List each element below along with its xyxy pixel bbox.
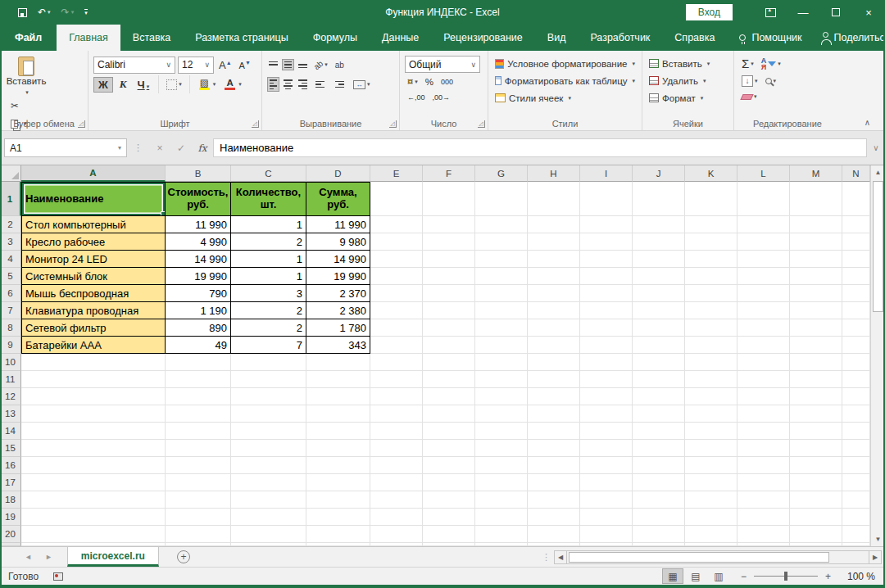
fill-handle[interactable] [161,211,166,216]
cancel-button[interactable]: × [149,142,170,154]
tab-7[interactable]: Вид [535,25,579,51]
cell-B12[interactable] [166,388,231,405]
cell-E12[interactable] [370,388,423,405]
cell-A10[interactable] [21,354,166,371]
row-header-1[interactable]: 1 [0,182,21,216]
undo-dropdown-icon[interactable]: ▾ [48,9,51,16]
cell-I18[interactable] [580,491,633,509]
cell-F2[interactable] [423,216,475,233]
cell-I1[interactable] [580,182,633,216]
cell-D12[interactable] [306,388,370,405]
cell-B13[interactable] [166,405,231,423]
align-right-button[interactable] [297,78,309,91]
prev-sheet-button[interactable]: ◄ [25,553,32,561]
cell-N9[interactable] [842,337,870,354]
cell-L5[interactable] [738,268,790,285]
cell-A12[interactable] [21,388,166,405]
cell-C8[interactable]: 2 [231,319,306,337]
cell-D9[interactable]: 343 [306,337,370,354]
cell-K10[interactable] [685,354,738,371]
cell-F5[interactable] [423,268,475,285]
cell-F14[interactable] [423,423,475,440]
cell-G19[interactable] [475,509,528,526]
column-header-J[interactable]: J [633,165,685,182]
cell-I14[interactable] [580,423,633,440]
cell-G15[interactable] [475,440,528,457]
cell-E5[interactable] [370,268,423,285]
cell-J4[interactable] [633,251,685,268]
name-box[interactable]: A1 [4,138,127,157]
cell-F6[interactable] [423,285,475,302]
cell-I19[interactable] [580,509,633,526]
cell-G2[interactable] [475,216,528,233]
cell-N7[interactable] [842,302,870,319]
number-dialog-launcher[interactable]: ◿ [478,120,485,128]
cell-L19[interactable] [738,509,790,526]
next-sheet-button[interactable]: ► [45,553,52,561]
cell-K17[interactable] [685,474,738,491]
cell-J19[interactable] [633,509,685,526]
close-button[interactable]: × [852,0,885,25]
cell-J13[interactable] [633,405,685,423]
cell-M13[interactable] [790,405,842,423]
cell-I4[interactable] [580,251,633,268]
cell-C16[interactable] [231,457,306,474]
cell-L15[interactable] [738,440,790,457]
cell-F10[interactable] [423,354,475,371]
cell-C7[interactable]: 2 [231,302,306,319]
cell-J14[interactable] [633,423,685,440]
collapse-ribbon-button[interactable]: ∧ [865,118,870,127]
cell-M4[interactable] [790,251,842,268]
cell-K20[interactable] [685,526,738,543]
cell-H12[interactable] [528,388,580,405]
row-header-14[interactable]: 14 [0,423,21,440]
row-header-18[interactable]: 18 [0,491,21,509]
cell-G6[interactable] [475,285,528,302]
cell-I17[interactable] [580,474,633,491]
cell-F19[interactable] [423,509,475,526]
cell-L7[interactable] [738,302,790,319]
column-header-M[interactable]: M [790,165,842,182]
sort-filter-button[interactable]: АЯ [759,56,783,72]
cell-D16[interactable] [306,457,370,474]
cell-N3[interactable] [842,233,870,251]
cell-J18[interactable] [633,491,685,509]
row-header-9[interactable]: 9 [0,337,21,354]
cell-E9[interactable] [370,337,423,354]
grow-font-button[interactable]: А▲ [216,59,234,71]
row-header-20[interactable]: 20 [0,526,21,543]
cell-J6[interactable] [633,285,685,302]
cell-B11[interactable] [166,371,231,388]
align-center-button[interactable] [282,78,294,91]
font-size-combo[interactable]: 12 [178,57,214,74]
fill-button[interactable]: ↓ [739,73,760,89]
cell-B1[interactable]: Стоимость, руб. [166,182,231,216]
cell-G11[interactable] [475,371,528,388]
row-header-7[interactable]: 7 [0,302,21,319]
zoom-in-button[interactable]: + [825,571,831,582]
sign-in-button[interactable]: Вход [686,4,733,20]
paste-dropdown-icon[interactable] [24,86,29,96]
column-header-E[interactable]: E [370,165,423,182]
cell-D5[interactable]: 19 990 [306,268,370,285]
align-top-button[interactable] [267,60,279,70]
cell-H10[interactable] [528,354,580,371]
cell-A20[interactable] [21,526,166,543]
borders-button[interactable] [164,76,184,93]
page-layout-view-button[interactable]: ▤ [685,568,706,584]
cell-K5[interactable] [685,268,738,285]
cell-C17[interactable] [231,474,306,491]
cell-K19[interactable] [685,509,738,526]
alignment-dialog-launcher[interactable]: ◿ [389,120,397,128]
cell-B16[interactable] [166,457,231,474]
cell-E11[interactable] [370,371,423,388]
cell-M16[interactable] [790,457,842,474]
cell-B5[interactable]: 19 990 [166,268,231,285]
redo-button[interactable]: ↷▾ [61,7,75,18]
cell-K3[interactable] [685,233,738,251]
shrink-font-button[interactable]: А▼ [237,60,253,70]
cell-M1[interactable] [790,182,842,216]
cell-N5[interactable] [842,268,870,285]
cell-E7[interactable] [370,302,423,319]
column-header-N[interactable]: N [842,165,870,182]
